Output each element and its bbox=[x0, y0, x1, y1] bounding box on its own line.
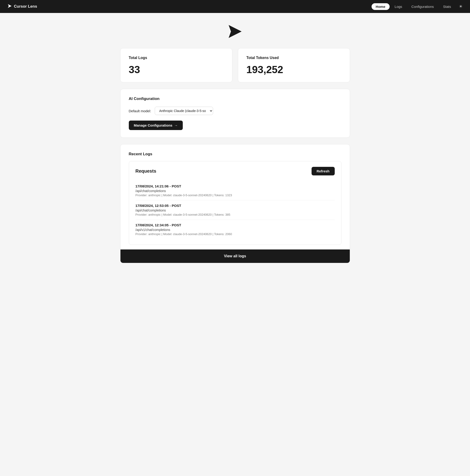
manage-configurations-button[interactable]: Manage Configurations → bbox=[129, 120, 183, 130]
total-tokens-card: Total Tokens Used 193,252 bbox=[238, 48, 350, 82]
brand: Cursor Lens bbox=[7, 4, 37, 10]
view-all-logs-button[interactable]: View all logs bbox=[120, 249, 350, 263]
nav-configurations[interactable]: Configurations bbox=[407, 3, 438, 10]
default-model-row: Default model: Anthropic Claude (claude-… bbox=[129, 107, 342, 115]
nav-home[interactable]: Home bbox=[372, 3, 390, 10]
hero-icon-container bbox=[120, 24, 350, 39]
manage-configurations-arrow: → bbox=[174, 123, 178, 127]
log-timestamp: 17/08/2024, 14:21:06 - POST bbox=[136, 184, 335, 188]
manage-configurations-label: Manage Configurations bbox=[134, 123, 173, 127]
recent-logs-title: Recent Logs bbox=[129, 152, 342, 156]
svg-marker-0 bbox=[8, 4, 12, 8]
log-item: 17/08/2024, 12:34:05 - POST /api/v1/chat… bbox=[136, 220, 335, 239]
total-logs-label: Total Logs bbox=[129, 56, 224, 60]
nav-links: Home Logs Configurations Stats bbox=[372, 3, 455, 10]
cursor-lens-hero-icon bbox=[228, 24, 243, 39]
brand-name: Cursor Lens bbox=[14, 4, 37, 9]
nav-logs[interactable]: Logs bbox=[391, 3, 407, 10]
default-model-select[interactable]: Anthropic Claude (claude-3-5-so bbox=[155, 107, 213, 115]
svg-marker-1 bbox=[229, 25, 242, 38]
recent-logs-card: Recent Logs Requests Refresh 17/08/2024,… bbox=[120, 144, 350, 263]
requests-card: Requests Refresh 17/08/2024, 14:21:06 - … bbox=[129, 161, 342, 245]
total-logs-card: Total Logs 33 bbox=[120, 48, 232, 82]
log-item: 17/08/2024, 14:21:06 - POST /api/chat/co… bbox=[136, 181, 335, 200]
ai-config-card: AI Configuration Default model: Anthropi… bbox=[120, 89, 350, 138]
ai-config-title: AI Configuration bbox=[129, 97, 342, 101]
log-timestamp: 17/08/2024, 12:53:05 - POST bbox=[136, 204, 335, 207]
refresh-button[interactable]: Refresh bbox=[311, 167, 335, 175]
total-tokens-value: 193,252 bbox=[246, 65, 342, 75]
log-endpoint: /api/chat/completions bbox=[136, 208, 335, 212]
stats-grid: Total Logs 33 Total Tokens Used 193,252 bbox=[120, 48, 350, 82]
log-timestamp: 17/08/2024, 12:34:05 - POST bbox=[136, 223, 335, 227]
brand-icon bbox=[7, 4, 12, 10]
total-logs-value: 33 bbox=[129, 65, 224, 75]
log-meta: Provider: anthropic | Model: claude-3-5-… bbox=[136, 213, 335, 216]
log-meta: Provider: anthropic | Model: claude-3-5-… bbox=[136, 193, 335, 197]
requests-header: Requests Refresh bbox=[136, 167, 335, 175]
navbar: Cursor Lens Home Logs Configurations Sta… bbox=[0, 0, 470, 13]
total-tokens-label: Total Tokens Used bbox=[246, 56, 342, 60]
requests-title: Requests bbox=[136, 169, 156, 174]
nav-stats[interactable]: Stats bbox=[439, 3, 455, 10]
log-endpoint: /api/chat/completions bbox=[136, 189, 335, 193]
log-endpoint: /api/v1/chat/completions bbox=[136, 228, 335, 232]
log-item: 17/08/2024, 12:53:05 - POST /api/chat/co… bbox=[136, 200, 335, 220]
main-content: Total Logs 33 Total Tokens Used 193,252 … bbox=[115, 13, 356, 274]
theme-toggle-icon[interactable]: ☀ bbox=[459, 4, 463, 9]
log-meta: Provider: anthropic | Model: claude-3-5-… bbox=[136, 232, 335, 236]
default-model-label: Default model: bbox=[129, 109, 151, 113]
